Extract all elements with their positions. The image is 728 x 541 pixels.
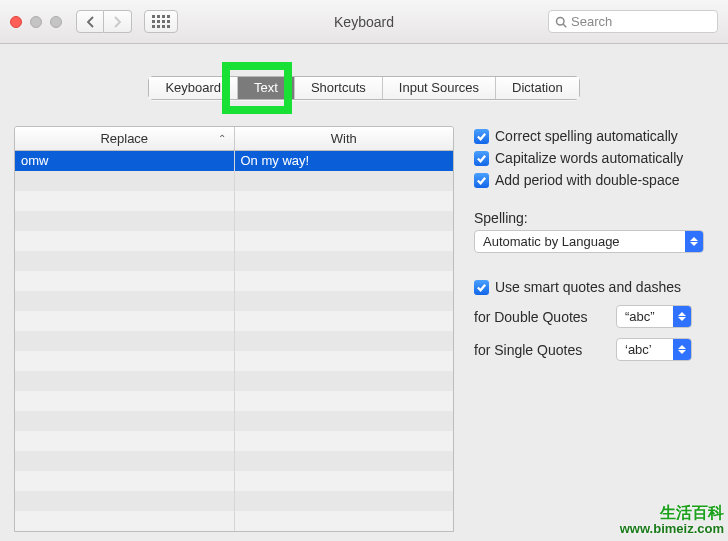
single-quotes-value: ‘abc’ (625, 342, 652, 357)
tab-input-sources[interactable]: Input Sources (383, 77, 496, 99)
text-replacement-table: Replace ⌃ With omw On my way! (14, 126, 454, 532)
table-row[interactable] (15, 251, 453, 271)
tab-dictation[interactable]: Dictation (496, 77, 579, 99)
table-row[interactable] (15, 451, 453, 471)
table-row[interactable] (15, 371, 453, 391)
table-row[interactable] (15, 351, 453, 371)
svg-point-0 (557, 17, 565, 25)
search-field[interactable]: Search (548, 10, 718, 33)
search-placeholder: Search (571, 14, 612, 29)
options-panel: Correct spelling automatically Capitaliz… (474, 126, 714, 532)
capitalize-label: Capitalize words automatically (495, 150, 683, 166)
table-row[interactable] (15, 231, 453, 251)
nav-buttons (76, 10, 132, 33)
double-quotes-value: “abc” (625, 309, 655, 324)
titlebar: Keyboard Search (0, 0, 728, 44)
chevron-left-icon (86, 16, 95, 28)
forward-button[interactable] (104, 10, 132, 33)
table-row[interactable] (15, 191, 453, 211)
spelling-select[interactable]: Automatic by Language (474, 230, 704, 253)
grid-icon (152, 15, 170, 28)
show-all-button[interactable] (144, 10, 178, 33)
search-icon (555, 16, 567, 28)
table-row[interactable] (15, 171, 453, 191)
capitalize-row: Capitalize words automatically (474, 150, 714, 166)
pref-tabs: Keyboard Text Shortcuts Input Sources Di… (148, 76, 579, 100)
tab-keyboard[interactable]: Keyboard (149, 77, 238, 99)
single-quotes-label: for Single Quotes (474, 342, 606, 358)
double-quotes-select[interactable]: “abc” (616, 305, 692, 328)
correct-spelling-checkbox[interactable] (474, 129, 489, 144)
column-with-label: With (331, 131, 357, 146)
smart-quotes-label: Use smart quotes and dashes (495, 279, 681, 295)
check-icon (476, 175, 487, 186)
table-row[interactable] (15, 431, 453, 451)
content-area: Replace ⌃ With omw On my way! (0, 100, 728, 532)
table-row[interactable]: omw On my way! (15, 151, 453, 171)
table-row[interactable] (15, 331, 453, 351)
table-row[interactable] (15, 271, 453, 291)
single-quotes-select[interactable]: ‘abc’ (616, 338, 692, 361)
double-quotes-label: for Double Quotes (474, 309, 606, 325)
spelling-value: Automatic by Language (483, 234, 620, 249)
sort-indicator-icon: ⌃ (218, 133, 226, 144)
table-row[interactable] (15, 211, 453, 231)
minimize-window-button[interactable] (30, 16, 42, 28)
chevron-right-icon (113, 16, 122, 28)
window-controls (10, 16, 62, 28)
table-body[interactable]: omw On my way! (15, 151, 453, 531)
updown-arrows-icon (685, 231, 703, 252)
smart-quotes-row: Use smart quotes and dashes (474, 279, 714, 295)
updown-arrows-icon (673, 306, 691, 327)
table-row[interactable] (15, 291, 453, 311)
column-replace-label: Replace (100, 131, 148, 146)
check-icon (476, 131, 487, 142)
smart-quotes-checkbox[interactable] (474, 280, 489, 295)
tab-shortcuts[interactable]: Shortcuts (295, 77, 383, 99)
zoom-window-button[interactable] (50, 16, 62, 28)
spelling-label: Spelling: (474, 210, 714, 226)
table-row[interactable] (15, 511, 453, 531)
back-button[interactable] (76, 10, 104, 33)
correct-spelling-row: Correct spelling automatically (474, 128, 714, 144)
column-replace[interactable]: Replace ⌃ (15, 127, 235, 150)
table-row[interactable] (15, 391, 453, 411)
table-row[interactable] (15, 411, 453, 431)
add-period-row: Add period with double-space (474, 172, 714, 188)
tab-text[interactable]: Text (238, 77, 295, 99)
add-period-checkbox[interactable] (474, 173, 489, 188)
table-header: Replace ⌃ With (15, 127, 453, 151)
tabs-container: Keyboard Text Shortcuts Input Sources Di… (0, 76, 728, 100)
correct-spelling-label: Correct spelling automatically (495, 128, 678, 144)
cell-with[interactable]: On my way! (235, 151, 454, 171)
table-row[interactable] (15, 491, 453, 511)
single-quotes-row: for Single Quotes ‘abc’ (474, 338, 714, 361)
updown-arrows-icon (673, 339, 691, 360)
table-row[interactable] (15, 311, 453, 331)
add-period-label: Add period with double-space (495, 172, 679, 188)
column-with[interactable]: With (235, 127, 454, 150)
double-quotes-row: for Double Quotes “abc” (474, 305, 714, 328)
capitalize-checkbox[interactable] (474, 151, 489, 166)
check-icon (476, 153, 487, 164)
table-row[interactable] (15, 471, 453, 491)
check-icon (476, 282, 487, 293)
cell-replace[interactable]: omw (15, 151, 235, 171)
close-window-button[interactable] (10, 16, 22, 28)
